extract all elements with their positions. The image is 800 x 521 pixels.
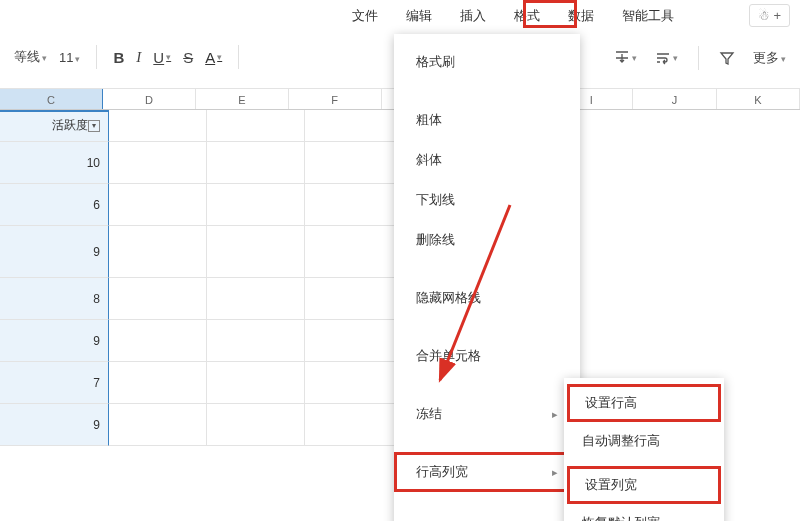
wrap-button[interactable]: ▾ [655,50,678,66]
cell[interactable] [109,404,207,446]
menu-edit[interactable]: 编辑 [394,1,444,31]
chevron-right-icon: ▸ [552,466,558,479]
cell[interactable] [207,226,305,278]
font-size-select[interactable]: 11▾ [59,50,80,65]
menu-freeze[interactable]: 冻结▸ [394,394,580,434]
cell[interactable] [305,404,403,446]
cell[interactable] [305,226,403,278]
menu-tools[interactable]: 智能工具 [610,1,686,31]
cell[interactable]: 7 [0,362,109,404]
cell-c-header[interactable]: 活跃度 ▾ [0,110,109,142]
add-user-button[interactable]: ☃ + [749,4,790,27]
cell[interactable] [207,320,305,362]
strike-button[interactable]: S [183,49,193,66]
font-name-select[interactable]: 等线▾ [14,48,47,66]
more-button[interactable]: 更多▾ [753,49,786,67]
menu-insert[interactable]: 插入 [448,1,498,31]
menu-data[interactable]: 数据 [556,1,606,31]
italic-button[interactable]: I [136,49,141,66]
submenu-auto-row-height[interactable]: 自动调整行高 [564,422,724,460]
cell[interactable] [305,278,403,320]
cell[interactable]: 6 [0,184,109,226]
menu-italic[interactable]: 斜体 [394,140,580,180]
menu-file[interactable]: 文件 [340,1,390,31]
cell[interactable] [109,142,207,184]
cell[interactable] [109,278,207,320]
cell[interactable] [207,110,305,142]
submenu-set-row-height[interactable]: 设置行高 [567,384,721,422]
cell[interactable]: 9 [0,404,109,446]
col-header-d[interactable]: D [103,89,196,109]
menu-hide-gridlines[interactable]: 隐藏网格线 [394,278,580,318]
cell[interactable]: 9 [0,320,109,362]
submenu-reset-col-width[interactable]: 恢复默认列宽 [564,504,724,521]
cell[interactable] [207,278,305,320]
menu-strike[interactable]: 删除线 [394,220,580,260]
col-header-j[interactable]: J [633,89,716,109]
font-color-button[interactable]: A▾ [205,49,222,66]
cell[interactable] [207,142,305,184]
chevron-right-icon: ▸ [552,408,558,421]
menu-underline[interactable]: 下划线 [394,180,580,220]
separator [96,45,97,69]
menubar-right: ☃ + [749,4,790,27]
menubar: 文件 编辑 插入 格式 数据 智能工具 ☃ + [0,0,800,32]
cell[interactable]: 10 [0,142,109,184]
cell[interactable] [305,320,403,362]
col-header-c[interactable]: C [0,89,103,109]
col-header-e[interactable]: E [196,89,289,109]
menu-format[interactable]: 格式 [502,1,552,31]
cell[interactable]: 8 [0,278,109,320]
filter-button[interactable] [719,50,735,66]
cell[interactable]: 9 [0,226,109,278]
menu-row-col-size[interactable]: 行高列宽▸ [394,452,580,492]
cell[interactable] [109,110,207,142]
menu-merge-cells[interactable]: 合并单元格 [394,336,580,376]
valign-button[interactable]: ▾ [614,50,637,66]
separator [238,45,239,69]
row-col-submenu: 设置行高 自动调整行高 设置列宽 恢复默认列宽 [564,378,724,521]
cell[interactable] [305,110,403,142]
cell[interactable] [305,184,403,226]
cell[interactable] [207,362,305,404]
col-c-label: 活跃度 [52,117,88,134]
menu-bold[interactable]: 粗体 [394,100,580,140]
menu-conditional-format[interactable]: 条件格式 [394,510,580,521]
cell[interactable] [109,184,207,226]
cell[interactable] [109,362,207,404]
col-header-k[interactable]: K [717,89,800,109]
filter-icon[interactable]: ▾ [88,120,100,132]
cell[interactable] [305,362,403,404]
person-icon: ☃ [758,8,770,23]
format-dropdown: 格式刷 粗体 斜体 下划线 删除线 隐藏网格线 合并单元格 冻结▸ 行高列宽▸ … [394,34,580,521]
cell[interactable] [207,404,305,446]
submenu-set-col-width[interactable]: 设置列宽 [567,466,721,504]
cell[interactable] [207,184,305,226]
cell[interactable] [305,142,403,184]
adduser-label: + [773,8,781,23]
separator [698,46,699,70]
menu-format-painter[interactable]: 格式刷 [394,42,580,82]
bold-button[interactable]: B [113,49,124,66]
cell[interactable] [109,226,207,278]
col-header-f[interactable]: F [289,89,382,109]
cell[interactable] [109,320,207,362]
underline-button[interactable]: U▾ [153,49,171,66]
